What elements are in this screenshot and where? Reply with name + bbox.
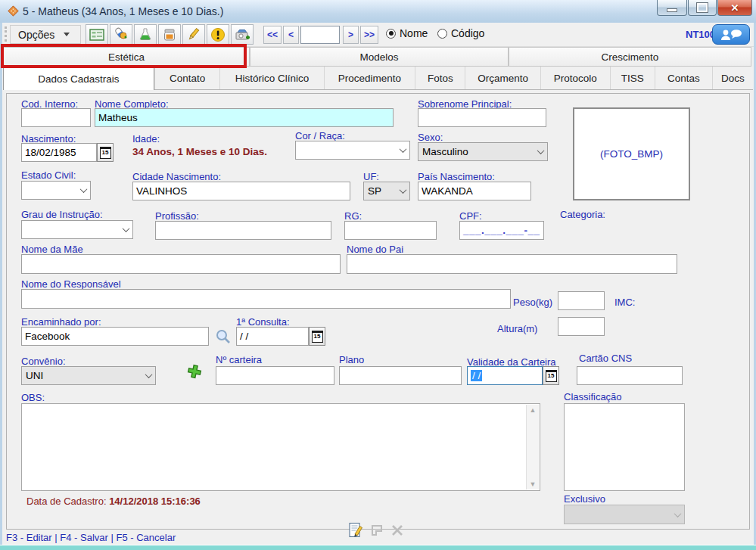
data-cadastro-value: 14/12/2018 15:16:36 bbox=[109, 496, 201, 507]
cidade-nascimento-input[interactable] bbox=[132, 182, 350, 200]
add-convenio-button[interactable] bbox=[186, 363, 203, 380]
tab-orcamento[interactable]: Orçamento bbox=[465, 67, 540, 89]
primeira-consulta-calendar-button[interactable]: 15 bbox=[309, 327, 325, 346]
jar-button[interactable] bbox=[158, 24, 181, 45]
num-carteira-input[interactable] bbox=[216, 366, 334, 385]
sobrenome-input[interactable] bbox=[418, 108, 546, 127]
patient-form-button[interactable] bbox=[86, 24, 108, 45]
convenio-select[interactable]: UNI bbox=[21, 366, 156, 385]
cancel-record-button[interactable] bbox=[390, 524, 404, 537]
scroll-down-icon[interactable]: ▼ bbox=[527, 479, 539, 489]
cod-interno-input[interactable] bbox=[21, 108, 91, 127]
encaminhado-label: Encaminhado por: bbox=[21, 316, 101, 328]
opcoes-menu-button[interactable]: Opções bbox=[10, 25, 81, 44]
nome-mae-label: Nome da Mãe bbox=[21, 244, 83, 255]
cpf-input[interactable]: ___.___.___-__ bbox=[459, 221, 544, 240]
uf-value: SP bbox=[368, 185, 381, 197]
rg-label: RG: bbox=[344, 210, 362, 222]
tab-estetica-label: Estética bbox=[108, 51, 145, 63]
nascimento-calendar-button[interactable]: 15 bbox=[97, 143, 114, 162]
annotate-button[interactable] bbox=[182, 24, 205, 45]
uf-select[interactable]: SP bbox=[363, 182, 410, 200]
nome-responsavel-input[interactable] bbox=[21, 289, 511, 309]
tab-procedimento[interactable]: Procedimento bbox=[324, 67, 415, 89]
categoria-label: Categoria: bbox=[560, 209, 605, 220]
save-record-button[interactable] bbox=[369, 523, 384, 538]
tab-protocolo[interactable]: Protocolo bbox=[540, 67, 610, 89]
calendar-icon: 15 bbox=[312, 331, 323, 343]
add-prescription-button[interactable] bbox=[110, 24, 132, 45]
add-photo-button[interactable] bbox=[231, 24, 254, 45]
pais-nascimento-input[interactable] bbox=[418, 182, 531, 200]
tab-crescimento[interactable]: Crescimento bbox=[509, 47, 751, 67]
opcoes-label: Opções bbox=[18, 29, 54, 41]
minimize-icon bbox=[667, 8, 677, 12]
uf-label: UF: bbox=[363, 171, 379, 182]
cartao-cns-input[interactable] bbox=[577, 366, 683, 385]
chevron-down-icon bbox=[76, 182, 90, 199]
exclusivo-select[interactable] bbox=[564, 505, 685, 524]
toolbar-gripper[interactable] bbox=[5, 26, 9, 42]
tab-historico-clinico[interactable]: Histórico Clínico bbox=[219, 67, 323, 89]
profissao-input[interactable] bbox=[155, 221, 331, 240]
nascimento-input[interactable] bbox=[21, 143, 97, 162]
lab-flask-button[interactable] bbox=[134, 24, 157, 45]
patient-photo-box[interactable]: (FOTO_BMP) bbox=[573, 107, 690, 200]
restore-button[interactable] bbox=[688, 0, 717, 16]
pais-nascimento-label: País Nascimento: bbox=[418, 171, 495, 182]
search-by-nome-radio[interactable]: Nome bbox=[386, 27, 428, 39]
plano-input[interactable] bbox=[339, 366, 462, 385]
chat-button[interactable] bbox=[712, 24, 750, 45]
alert-icon bbox=[210, 27, 226, 42]
obs-textarea[interactable]: ▲ ▼ bbox=[21, 403, 540, 491]
idade-label: Idade: bbox=[132, 133, 160, 144]
cpf-label: CPF: bbox=[459, 210, 482, 222]
validade-carteira-input[interactable]: / / bbox=[467, 366, 543, 385]
imc-label: IMC: bbox=[614, 297, 635, 308]
nome-mae-input[interactable] bbox=[21, 254, 341, 274]
cor-raca-select[interactable] bbox=[295, 141, 410, 160]
tab-contato[interactable]: Contato bbox=[154, 67, 220, 89]
obs-scrollbar[interactable]: ▲ ▼ bbox=[526, 405, 539, 489]
nav-first-button[interactable]: << bbox=[263, 26, 282, 44]
grau-instrucao-select[interactable] bbox=[21, 220, 133, 239]
nt100-label: NT100 bbox=[686, 29, 715, 40]
record-number-input[interactable] bbox=[300, 26, 340, 44]
primeira-consulta-input[interactable]: / / bbox=[236, 327, 309, 346]
tab-modelos[interactable]: Modelos bbox=[250, 47, 509, 67]
cor-raca-label: Cor / Raça: bbox=[295, 130, 345, 141]
nav-first-label: << bbox=[267, 30, 278, 40]
tab-fotos[interactable]: Fotos bbox=[415, 67, 465, 89]
nav-last-button[interactable]: >> bbox=[360, 26, 378, 44]
cancel-icon bbox=[390, 524, 404, 537]
nav-prev-button[interactable]: < bbox=[283, 26, 299, 44]
close-button[interactable]: ✕ bbox=[717, 0, 752, 16]
edit-record-button[interactable] bbox=[348, 522, 363, 539]
estado-civil-select[interactable] bbox=[21, 181, 91, 200]
nav-next-button[interactable]: > bbox=[343, 26, 359, 44]
sexo-select[interactable]: Masculino bbox=[418, 142, 548, 161]
tab-estetica[interactable]: Estética bbox=[3, 47, 250, 67]
peso-input[interactable] bbox=[558, 291, 605, 310]
nome-pai-input[interactable] bbox=[347, 254, 677, 274]
minimize-button[interactable] bbox=[657, 0, 687, 16]
validade-calendar-button[interactable]: 15 bbox=[543, 366, 559, 385]
altura-input[interactable] bbox=[558, 317, 605, 336]
function-keys-hint: F3 - Editar | F4 - Salvar | F5 - Cancela… bbox=[6, 532, 176, 543]
nome-completo-input[interactable] bbox=[95, 108, 394, 127]
tab-dados-cadastrais[interactable]: Dados Cadastrais bbox=[3, 67, 154, 90]
rg-input[interactable] bbox=[344, 221, 437, 240]
num-carteira-label: Nº carteira bbox=[216, 354, 262, 365]
search-referrer-button[interactable] bbox=[215, 328, 232, 345]
alert-button[interactable] bbox=[207, 24, 229, 45]
search-by-codigo-radio[interactable]: Código bbox=[437, 27, 484, 39]
scroll-up-icon[interactable]: ▲ bbox=[527, 405, 539, 415]
classificacao-listbox[interactable] bbox=[564, 403, 685, 491]
pencil-icon bbox=[186, 27, 201, 42]
tab-fotos-label: Fotos bbox=[428, 73, 453, 84]
profissao-label: Profissão: bbox=[155, 210, 199, 222]
tab-tiss[interactable]: TISS bbox=[610, 67, 655, 89]
tab-contas[interactable]: Contas bbox=[655, 67, 712, 89]
tab-docs[interactable]: Docs bbox=[712, 67, 753, 89]
encaminhado-input[interactable] bbox=[21, 327, 209, 346]
